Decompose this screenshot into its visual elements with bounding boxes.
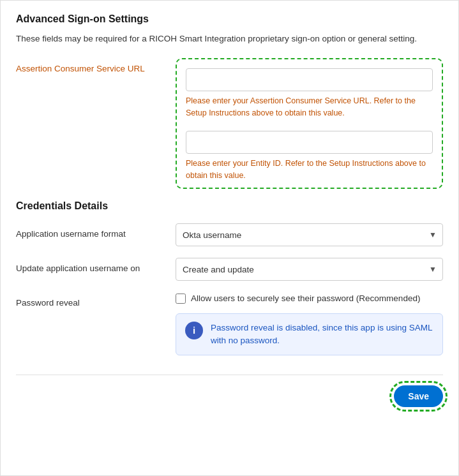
password-reveal-wrapper: Allow users to securely see their passwo… bbox=[176, 292, 443, 355]
app-username-format-select-wrapper: Okta username Email Custom ▼ bbox=[176, 223, 443, 246]
password-reveal-checkbox-row: Allow users to securely see their passwo… bbox=[176, 292, 443, 305]
update-username-label: Update application username on bbox=[16, 258, 176, 275]
acs-url-row: Assertion Consumer Service URL Please en… bbox=[16, 58, 443, 189]
info-icon: i bbox=[185, 322, 203, 339]
password-reveal-row: Password reveal Allow users to securely … bbox=[16, 292, 443, 355]
credentials-title: Credentials Details bbox=[16, 200, 443, 212]
settings-panel: Advanced Sign-on Settings These fields m… bbox=[0, 0, 459, 476]
app-username-format-row: Application username format Okta usernam… bbox=[16, 223, 443, 246]
credentials-divider: Credentials Details bbox=[16, 200, 443, 212]
section-title: Advanced Sign-on Settings bbox=[16, 13, 443, 25]
saml-info-text: Password reveal is disabled, since this … bbox=[211, 322, 433, 348]
acs-url-input[interactable] bbox=[186, 68, 433, 91]
password-reveal-checkbox-label: Allow users to securely see their passwo… bbox=[191, 292, 420, 305]
acs-url-field-block: Please enter your Assertion Consumer Ser… bbox=[186, 68, 433, 119]
update-username-select-wrapper: Create and update Create only ▼ bbox=[176, 258, 443, 281]
save-button[interactable]: Save bbox=[394, 385, 443, 407]
update-username-row: Update application username on Create an… bbox=[16, 258, 443, 281]
acs-url-hint: Please enter your Assertion Consumer Ser… bbox=[186, 95, 433, 119]
password-reveal-label: Password reveal bbox=[16, 292, 176, 309]
app-username-format-wrapper: Okta username Email Custom ▼ bbox=[176, 223, 443, 246]
footer: Save bbox=[16, 375, 443, 407]
app-username-format-label: Application username format bbox=[16, 223, 176, 241]
acs-url-label: Assertion Consumer Service URL bbox=[16, 58, 176, 75]
entity-id-input[interactable] bbox=[186, 131, 433, 154]
saml-info-box: i Password reveal is disabled, since thi… bbox=[176, 313, 443, 356]
section-description: These fields may be required for a RICOH… bbox=[16, 33, 443, 45]
update-username-select[interactable]: Create and update Create only bbox=[176, 258, 443, 281]
entity-id-hint: Please enter your Entity ID. Refer to th… bbox=[186, 158, 433, 182]
info-icon-text: i bbox=[193, 325, 195, 336]
app-username-format-select[interactable]: Okta username Email Custom bbox=[176, 223, 443, 246]
dashed-fields-wrapper: Please enter your Assertion Consumer Ser… bbox=[176, 58, 443, 189]
update-username-wrapper: Create and update Create only ▼ bbox=[176, 258, 443, 281]
entity-id-field-block: Entity ID Please enter your Entity ID. R… bbox=[186, 128, 433, 182]
password-reveal-checkbox[interactable] bbox=[176, 294, 186, 304]
